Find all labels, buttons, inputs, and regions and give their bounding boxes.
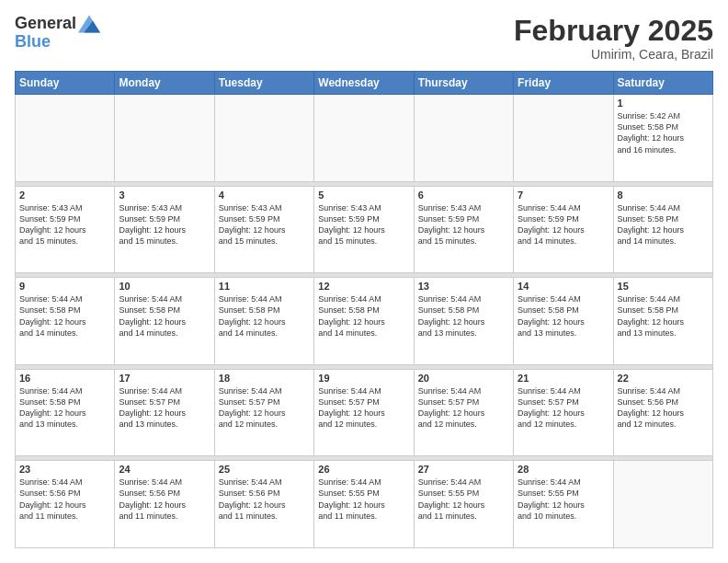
- day-info: Sunrise: 5:44 AM Sunset: 5:56 PM Dayligh…: [19, 477, 110, 522]
- day-info: Sunrise: 5:44 AM Sunset: 5:58 PM Dayligh…: [618, 293, 709, 339]
- day-info: Sunrise: 5:44 AM Sunset: 5:55 PM Dayligh…: [518, 477, 609, 522]
- day-number: 17: [119, 373, 210, 384]
- day-info: Sunrise: 5:44 AM Sunset: 5:58 PM Dayligh…: [19, 385, 110, 431]
- location-subtitle: Umirim, Ceara, Brazil: [514, 47, 713, 62]
- day-number: 15: [618, 281, 709, 292]
- table-row: [613, 461, 712, 548]
- day-info: Sunrise: 5:44 AM Sunset: 5:55 PM Dayligh…: [318, 477, 409, 522]
- calendar-week-0: 1Sunrise: 5:42 AM Sunset: 5:58 PM Daylig…: [16, 95, 713, 182]
- day-number: 27: [418, 464, 509, 475]
- title-block: February 2025 Umirim, Ceara, Brazil: [514, 15, 713, 62]
- day-info: Sunrise: 5:43 AM Sunset: 5:59 PM Dayligh…: [119, 202, 210, 247]
- day-info: Sunrise: 5:43 AM Sunset: 5:59 PM Dayligh…: [19, 202, 110, 247]
- calendar-table: Sunday Monday Tuesday Wednesday Thursday…: [15, 71, 713, 548]
- day-number: 14: [518, 281, 609, 292]
- header-row: Sunday Monday Tuesday Wednesday Thursday…: [16, 72, 713, 95]
- day-info: Sunrise: 5:44 AM Sunset: 5:58 PM Dayligh…: [418, 293, 509, 339]
- day-number: 12: [318, 281, 409, 292]
- table-row: 18Sunrise: 5:44 AM Sunset: 5:57 PM Dayli…: [214, 369, 313, 456]
- day-info: Sunrise: 5:44 AM Sunset: 5:57 PM Dayligh…: [219, 385, 310, 431]
- table-row: 14Sunrise: 5:44 AM Sunset: 5:58 PM Dayli…: [514, 278, 613, 365]
- day-info: Sunrise: 5:44 AM Sunset: 5:56 PM Dayligh…: [219, 477, 310, 522]
- day-number: 25: [219, 464, 310, 475]
- day-number: 24: [119, 464, 210, 475]
- col-friday: Friday: [514, 72, 613, 95]
- day-number: 26: [318, 464, 409, 475]
- header: General Blue February 2025 Umirim, Ceara…: [15, 15, 713, 62]
- day-number: 28: [518, 464, 609, 475]
- table-row: 25Sunrise: 5:44 AM Sunset: 5:56 PM Dayli…: [214, 461, 313, 548]
- table-row: 26Sunrise: 5:44 AM Sunset: 5:55 PM Dayli…: [314, 461, 414, 548]
- col-sunday: Sunday: [16, 72, 115, 95]
- day-number: 10: [119, 281, 210, 292]
- table-row: [214, 95, 313, 182]
- table-row: [414, 95, 513, 182]
- table-row: 4Sunrise: 5:43 AM Sunset: 5:59 PM Daylig…: [214, 186, 313, 273]
- table-row: 22Sunrise: 5:44 AM Sunset: 5:56 PM Dayli…: [613, 369, 712, 456]
- table-row: 17Sunrise: 5:44 AM Sunset: 5:57 PM Dayli…: [115, 369, 214, 456]
- table-row: [115, 95, 214, 182]
- day-info: Sunrise: 5:44 AM Sunset: 5:55 PM Dayligh…: [418, 477, 509, 522]
- calendar-week-4: 23Sunrise: 5:44 AM Sunset: 5:56 PM Dayli…: [16, 461, 713, 548]
- day-info: Sunrise: 5:43 AM Sunset: 5:59 PM Dayligh…: [219, 202, 310, 247]
- table-row: 2Sunrise: 5:43 AM Sunset: 5:59 PM Daylig…: [16, 186, 115, 273]
- table-row: 19Sunrise: 5:44 AM Sunset: 5:57 PM Dayli…: [314, 369, 414, 456]
- table-row: 10Sunrise: 5:44 AM Sunset: 5:58 PM Dayli…: [115, 278, 214, 365]
- table-row: 16Sunrise: 5:44 AM Sunset: 5:58 PM Dayli…: [16, 369, 115, 456]
- day-number: 5: [318, 190, 409, 201]
- day-number: 2: [19, 190, 110, 201]
- table-row: 13Sunrise: 5:44 AM Sunset: 5:58 PM Dayli…: [414, 278, 513, 365]
- day-info: Sunrise: 5:44 AM Sunset: 5:58 PM Dayligh…: [518, 293, 609, 339]
- day-number: 6: [418, 190, 509, 201]
- table-row: 23Sunrise: 5:44 AM Sunset: 5:56 PM Dayli…: [16, 461, 115, 548]
- day-info: Sunrise: 5:44 AM Sunset: 5:57 PM Dayligh…: [119, 385, 210, 431]
- col-monday: Monday: [115, 72, 214, 95]
- day-number: 11: [219, 281, 310, 292]
- table-row: 6Sunrise: 5:43 AM Sunset: 5:59 PM Daylig…: [414, 186, 513, 273]
- table-row: 7Sunrise: 5:44 AM Sunset: 5:59 PM Daylig…: [514, 186, 613, 273]
- day-number: 9: [19, 281, 110, 292]
- col-tuesday: Tuesday: [214, 72, 313, 95]
- day-info: Sunrise: 5:44 AM Sunset: 5:56 PM Dayligh…: [618, 385, 709, 431]
- day-info: Sunrise: 5:43 AM Sunset: 5:59 PM Dayligh…: [418, 202, 509, 247]
- table-row: 1Sunrise: 5:42 AM Sunset: 5:58 PM Daylig…: [613, 95, 712, 182]
- day-number: 21: [518, 373, 609, 384]
- day-info: Sunrise: 5:43 AM Sunset: 5:59 PM Dayligh…: [318, 202, 409, 247]
- day-info: Sunrise: 5:44 AM Sunset: 5:58 PM Dayligh…: [219, 293, 310, 339]
- day-number: 20: [418, 373, 509, 384]
- table-row: [16, 95, 115, 182]
- page: General Blue February 2025 Umirim, Ceara…: [0, 0, 728, 563]
- table-row: 12Sunrise: 5:44 AM Sunset: 5:58 PM Dayli…: [314, 278, 414, 365]
- col-saturday: Saturday: [613, 72, 712, 95]
- col-wednesday: Wednesday: [314, 72, 414, 95]
- calendar-week-3: 16Sunrise: 5:44 AM Sunset: 5:58 PM Dayli…: [16, 369, 713, 456]
- table-row: 27Sunrise: 5:44 AM Sunset: 5:55 PM Dayli…: [414, 461, 513, 548]
- day-number: 3: [119, 190, 210, 201]
- table-row: 5Sunrise: 5:43 AM Sunset: 5:59 PM Daylig…: [314, 186, 414, 273]
- calendar-week-2: 9Sunrise: 5:44 AM Sunset: 5:58 PM Daylig…: [16, 278, 713, 365]
- calendar-week-1: 2Sunrise: 5:43 AM Sunset: 5:59 PM Daylig…: [16, 186, 713, 273]
- logo-general: General: [15, 15, 76, 33]
- table-row: 8Sunrise: 5:44 AM Sunset: 5:58 PM Daylig…: [613, 186, 712, 273]
- table-row: 9Sunrise: 5:44 AM Sunset: 5:58 PM Daylig…: [16, 278, 115, 365]
- day-number: 13: [418, 281, 509, 292]
- day-number: 18: [219, 373, 310, 384]
- table-row: 3Sunrise: 5:43 AM Sunset: 5:59 PM Daylig…: [115, 186, 214, 273]
- table-row: [314, 95, 414, 182]
- table-row: 24Sunrise: 5:44 AM Sunset: 5:56 PM Dayli…: [115, 461, 214, 548]
- col-thursday: Thursday: [414, 72, 513, 95]
- day-info: Sunrise: 5:42 AM Sunset: 5:58 PM Dayligh…: [618, 110, 709, 155]
- day-number: 4: [219, 190, 310, 201]
- day-info: Sunrise: 5:44 AM Sunset: 5:58 PM Dayligh…: [119, 293, 210, 339]
- day-info: Sunrise: 5:44 AM Sunset: 5:57 PM Dayligh…: [318, 385, 409, 431]
- day-number: 19: [318, 373, 409, 384]
- day-number: 22: [618, 373, 709, 384]
- day-info: Sunrise: 5:44 AM Sunset: 5:58 PM Dayligh…: [318, 293, 409, 339]
- day-number: 7: [518, 190, 609, 201]
- table-row: 20Sunrise: 5:44 AM Sunset: 5:57 PM Dayli…: [414, 369, 513, 456]
- table-row: [514, 95, 613, 182]
- day-info: Sunrise: 5:44 AM Sunset: 5:57 PM Dayligh…: [418, 385, 509, 431]
- day-number: 16: [19, 373, 110, 384]
- day-info: Sunrise: 5:44 AM Sunset: 5:58 PM Dayligh…: [19, 293, 110, 339]
- day-number: 23: [19, 464, 110, 475]
